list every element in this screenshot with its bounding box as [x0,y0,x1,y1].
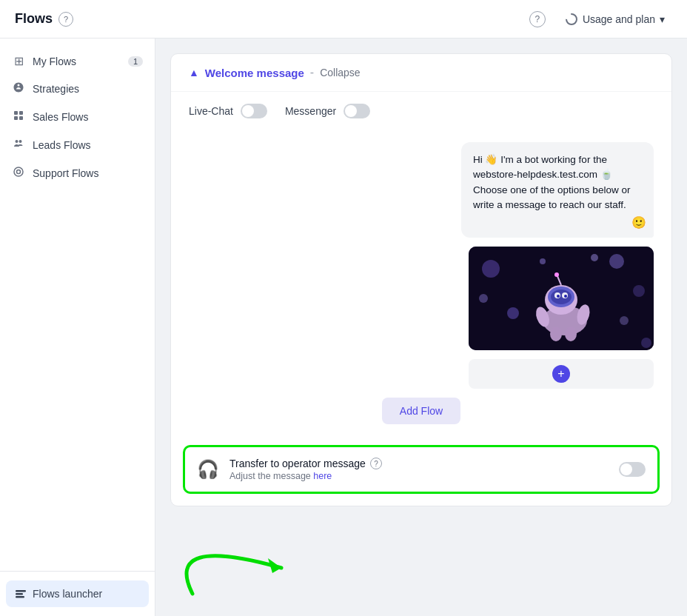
transfer-here-link[interactable]: here [313,471,332,481]
strategies-icon [12,81,25,96]
svg-point-12 [507,307,519,319]
app-title: Flows [15,11,53,27]
flows-launcher-button[interactable]: Flows launcher [6,580,149,607]
toggles-row: Live-Chat Messenger [171,92,671,130]
launcher-icon [15,588,27,600]
svg-point-19 [540,258,546,264]
svg-point-27 [564,295,567,298]
svg-rect-9 [16,596,24,598]
svg-point-32 [550,327,562,341]
usage-plan-button[interactable]: Usage and plan ▾ [557,8,672,30]
svg-point-15 [633,285,645,297]
live-chat-label: Live-Chat [189,105,233,117]
svg-point-13 [479,294,488,303]
svg-rect-8 [16,593,23,595]
transfer-title-row: Transfer to operator message ? [229,458,609,469]
messenger-label: Messenger [285,105,336,117]
collapse-link[interactable]: Collapse [320,67,360,78]
support-flows-label: Support Flows [33,167,98,179]
sidebar-item-strategies[interactable]: Strategies [0,75,155,103]
svg-point-18 [641,338,651,348]
svg-point-33 [565,327,577,341]
header-right: ? Usage and plan ▾ [529,8,672,30]
svg-rect-3 [14,116,18,120]
emoji-button[interactable]: 🙂 [631,214,646,232]
main-layout: ⊞ My Flows 1 Strategies Sales Flows [0,38,687,616]
svg-point-5 [14,167,23,176]
welcome-card: ▲ Welcome message - Collapse Live-Chat M… [170,53,672,506]
transfer-help-button[interactable]: ? [370,458,382,469]
dash-separator: - [310,66,314,79]
main-content: ▲ Welcome message - Collapse Live-Chat M… [155,38,687,616]
transfer-inner: 🎧 Transfer to operator message ? Adjust … [185,447,657,492]
sidebar-item-sales-flows[interactable]: Sales Flows [0,103,155,131]
support-flows-icon [12,166,25,181]
sales-flows-icon [12,110,25,124]
svg-rect-4 [19,116,23,120]
add-flow-button[interactable]: Add Flow [382,398,460,424]
welcome-header: ▲ Welcome message - Collapse [171,54,671,92]
live-chat-toggle[interactable] [241,104,267,118]
robot-image [469,247,654,350]
collapse-chevron-icon[interactable]: ▲ [189,67,199,78]
sidebar-nav: ⊞ My Flows 1 Strategies Sales Flows [0,38,155,571]
my-flows-icon: ⊞ [12,54,25,68]
app-header: Flows ? ? Usage and plan ▾ [0,0,687,38]
chat-area: Hi 👋 I'm a bot working for the webstore-… [171,130,671,436]
my-flows-label: My Flows [33,56,76,67]
messenger-toggle-item: Messenger [285,104,370,118]
sidebar-bottom: Flows launcher [0,571,155,616]
transfer-sub-text: Adjust the message [229,471,313,481]
transfer-subtitle: Adjust the message here [229,471,609,481]
svg-point-29 [554,272,559,277]
transfer-section: 🎧 Transfer to operator message ? Adjust … [183,445,660,494]
transfer-text: Transfer to operator message ? Adjust th… [229,458,609,481]
flows-launcher-label: Flows launcher [33,588,102,600]
live-chat-toggle-item: Live-Chat [189,104,267,118]
help-icon[interactable]: ? [529,11,546,27]
svg-point-16 [620,316,629,325]
transfer-operator-toggle[interactable] [619,462,646,477]
plus-icon: + [552,365,570,383]
add-block-button[interactable]: + [469,359,654,389]
welcome-title: Welcome message [205,67,304,79]
chat-message-text: Hi 👋 I'm a bot working for the webstore-… [473,154,630,210]
svg-point-0 [566,14,577,24]
my-flows-badge: 1 [128,56,143,67]
sales-flows-label: Sales Flows [33,111,88,123]
sidebar-item-support-flows[interactable]: Support Flows [0,159,155,187]
svg-rect-7 [16,590,26,592]
svg-rect-1 [14,111,18,115]
chevron-down-icon: ▾ [660,13,665,25]
svg-point-26 [557,295,560,298]
transfer-title-label: Transfer to operator message [229,458,366,469]
leads-flows-label: Leads Flows [33,139,91,151]
sidebar-item-leads-flows[interactable]: Leads Flows [0,131,155,159]
chat-bubble: Hi 👋 I'm a bot working for the webstore-… [461,142,654,238]
svg-point-11 [482,260,500,278]
header-left: Flows ? [15,11,73,27]
sidebar: ⊞ My Flows 1 Strategies Sales Flows [0,38,155,616]
svg-point-6 [17,170,21,174]
strategies-label: Strategies [33,83,79,95]
robot-illustration [469,247,654,350]
leads-flows-icon [12,138,25,153]
headset-icon: 🎧 [197,459,219,480]
header-help-button[interactable]: ? [58,12,73,27]
svg-point-17 [591,254,598,261]
sidebar-item-my-flows[interactable]: ⊞ My Flows 1 [0,47,155,75]
messenger-toggle[interactable] [344,104,370,118]
usage-plan-label: Usage and plan [583,13,655,25]
spinner-icon [565,13,578,26]
svg-point-14 [609,254,624,269]
svg-rect-2 [19,111,23,115]
svg-marker-34 [268,558,281,573]
svg-point-23 [551,289,572,304]
